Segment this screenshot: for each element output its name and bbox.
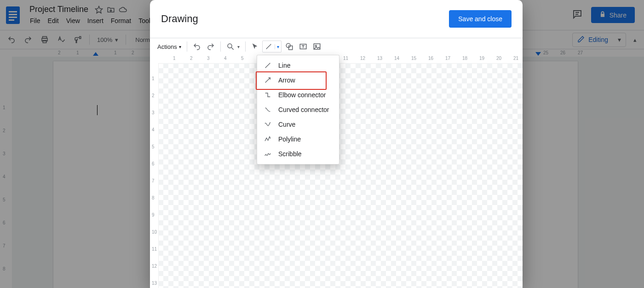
ruler-mark: 2 <box>190 56 193 61</box>
google-docs-shell: Project Timeline File Edit View Insert F… <box>0 0 644 288</box>
line-menu-item-line[interactable]: Line <box>257 58 339 73</box>
select-tool[interactable] <box>249 41 260 52</box>
svg-line-23 <box>265 78 270 83</box>
line-menu-item-scribble[interactable]: Scribble <box>257 147 339 161</box>
chevron-down-icon: ▾ <box>237 44 240 49</box>
line-menu-label: Curved connector <box>278 106 329 113</box>
ruler-mark: 11 <box>152 247 157 252</box>
drawing-horizontal-ruler: 123456789101112131415161718192021 <box>158 55 523 64</box>
ruler-mark: 8 <box>152 195 155 200</box>
ruler-mark: 4 <box>224 56 227 61</box>
dialog-title: Drawing <box>161 13 198 25</box>
ruler-mark: 11 <box>343 56 348 61</box>
chevron-down-icon: ▾ <box>277 44 279 49</box>
actions-menu[interactable]: Actions ▾ <box>155 41 183 52</box>
drawing-zoom-button[interactable]: ▾ <box>224 41 242 53</box>
ruler-mark: 19 <box>479 56 484 61</box>
line-menu-item-curved-connector[interactable]: Curved connector <box>257 102 339 117</box>
line-icon <box>264 61 272 70</box>
line-menu-label: Curve <box>278 121 295 128</box>
dialog-header: Drawing Save and close <box>150 0 523 38</box>
svg-point-21 <box>315 45 316 47</box>
actions-label: Actions <box>157 43 177 50</box>
ruler-mark: 7 <box>152 178 155 183</box>
svg-line-22 <box>265 63 270 68</box>
ruler-mark: 15 <box>411 56 416 61</box>
line-tool-dropdown[interactable]: ▾ <box>275 44 281 49</box>
line-tool-main[interactable] <box>263 43 275 50</box>
ruler-mark: 4 <box>152 127 155 132</box>
ruler-mark: 2 <box>152 93 155 98</box>
save-and-close-button[interactable]: Save and close <box>449 10 512 28</box>
line-tool[interactable]: ▾ <box>262 41 282 53</box>
curved-connector-icon <box>264 106 272 114</box>
line-menu-item-arrow[interactable]: Arrow <box>257 73 339 88</box>
arrow-icon <box>264 76 272 84</box>
ruler-mark: 18 <box>462 56 467 61</box>
svg-line-15 <box>231 47 234 50</box>
line-menu-item-elbow-connector[interactable]: Elbow connector <box>257 88 339 102</box>
svg-point-14 <box>228 44 232 48</box>
textbox-tool[interactable] <box>297 41 309 53</box>
drawing-redo-button[interactable] <box>205 41 217 53</box>
svg-line-16 <box>266 44 271 49</box>
chevron-down-icon: ▾ <box>179 44 181 49</box>
line-menu-label: Elbow connector <box>278 91 326 99</box>
line-menu-label: Scribble <box>278 150 302 158</box>
ruler-mark: 20 <box>496 56 501 61</box>
ruler-mark: 21 <box>513 56 518 61</box>
drawing-vertical-ruler: 12345678910111213 <box>150 63 159 288</box>
curve-icon <box>264 120 272 129</box>
ruler-mark: 3 <box>207 56 210 61</box>
ruler-mark: 12 <box>152 264 157 269</box>
line-menu-item-polyline[interactable]: Polyline <box>257 132 339 147</box>
line-menu-label: Polyline <box>278 135 301 143</box>
svg-rect-18 <box>288 46 292 50</box>
ruler-mark: 5 <box>152 144 155 149</box>
ruler-mark: 13 <box>377 56 382 61</box>
drawing-toolbar: Actions ▾ ▾ ▾ <box>150 38 523 55</box>
ruler-mark: 1 <box>152 76 155 81</box>
elbow-icon <box>264 91 272 99</box>
ruler-mark: 12 <box>360 56 365 61</box>
ruler-mark: 1 <box>173 56 176 61</box>
line-tool-menu: LineArrowElbow connectorCurved connector… <box>257 55 339 165</box>
ruler-mark: 3 <box>152 110 155 115</box>
ruler-mark: 17 <box>445 56 450 61</box>
ruler-mark: 5 <box>241 56 244 61</box>
polyline-icon <box>264 135 272 143</box>
ruler-mark: 10 <box>152 229 157 235</box>
scribble-icon <box>264 150 272 158</box>
ruler-mark: 13 <box>152 281 157 286</box>
image-tool[interactable] <box>311 41 323 53</box>
line-menu-label: Line <box>278 62 290 69</box>
ruler-mark: 9 <box>152 212 155 217</box>
drawing-canvas[interactable] <box>158 63 523 288</box>
ruler-mark: 16 <box>428 56 433 61</box>
ruler-mark: 6 <box>152 161 155 166</box>
shape-tool[interactable] <box>283 41 295 53</box>
line-menu-item-curve[interactable]: Curve <box>257 117 339 132</box>
line-menu-label: Arrow <box>278 76 295 84</box>
ruler-mark: 14 <box>394 56 399 61</box>
drawing-undo-button[interactable] <box>191 41 203 53</box>
